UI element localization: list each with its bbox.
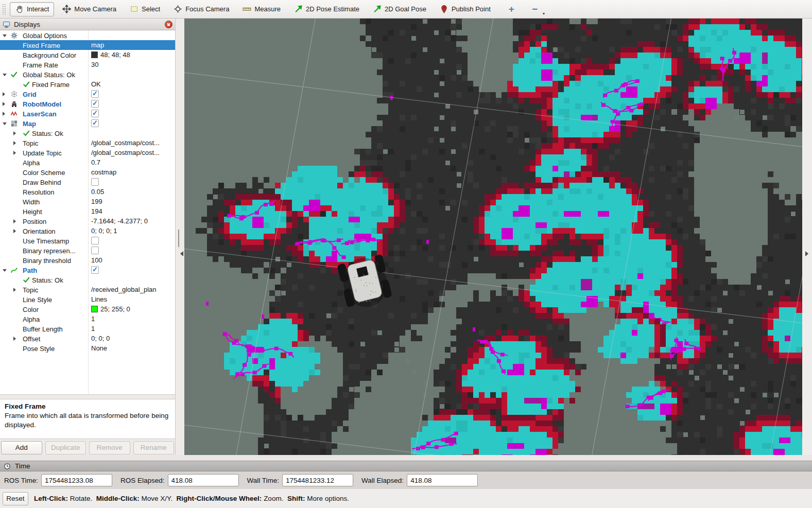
- displays-panel-header[interactable]: Displays: [0, 19, 175, 30]
- property-value[interactable]: 1: [89, 314, 175, 324]
- reset-button[interactable]: Reset: [3, 492, 28, 505]
- property-value[interactable]: [89, 89, 175, 99]
- property-value[interactable]: 0; 0; 0: [89, 334, 175, 343]
- tree-row[interactable]: Frame Rate30: [0, 60, 175, 69]
- toolbar-drag-handle[interactable]: [2, 4, 6, 15]
- tree-row[interactable]: Pose StyleNone: [0, 343, 175, 353]
- expand-icon[interactable]: [13, 131, 16, 135]
- checkbox[interactable]: [91, 247, 99, 254]
- tool-2d-goal-pose[interactable]: 2D Goal Pose: [368, 2, 431, 16]
- toolbar-overflow-icon[interactable]: ▾: [543, 11, 545, 16]
- property-value[interactable]: 30: [89, 60, 175, 69]
- tree-row[interactable]: Topic/global_costmap/cost...: [0, 138, 175, 148]
- vertical-splitter[interactable]: [176, 19, 184, 455]
- expand-icon[interactable]: [13, 219, 16, 223]
- property-value[interactable]: [89, 236, 175, 246]
- tree-row[interactable]: Background Color48; 48; 48: [0, 50, 175, 60]
- tree-row[interactable]: Topic/received_global_plan: [0, 285, 175, 294]
- expand-icon[interactable]: [13, 288, 16, 292]
- tool-select[interactable]: Select: [125, 2, 165, 16]
- property-value[interactable]: [89, 177, 175, 187]
- time-panel-header[interactable]: Time: [0, 461, 812, 471]
- property-value[interactable]: 0.7: [89, 157, 175, 167]
- right-splitter[interactable]: [802, 19, 812, 455]
- tree-row[interactable]: Map: [0, 118, 175, 128]
- property-value[interactable]: Lines: [89, 294, 175, 304]
- collapse-icon[interactable]: [3, 74, 7, 76]
- property-value[interactable]: [89, 118, 175, 128]
- expand-icon[interactable]: [13, 151, 16, 155]
- tree-row[interactable]: Grid: [0, 89, 175, 99]
- checkbox[interactable]: [91, 90, 99, 98]
- checkbox[interactable]: [91, 100, 99, 108]
- property-value[interactable]: 48; 48; 48: [89, 50, 175, 60]
- tree-row[interactable]: Update Topic/global_costmap/cost...: [0, 148, 175, 157]
- tree-row[interactable]: Path: [0, 265, 175, 275]
- horizontal-splitter[interactable]: [0, 455, 812, 461]
- checkbox[interactable]: [91, 110, 99, 117]
- tree-row[interactable]: Status: Ok: [0, 275, 175, 285]
- ros-time-input[interactable]: [41, 474, 112, 486]
- tree-row[interactable]: Resolution0.05: [0, 187, 175, 197]
- tool-move-camera[interactable]: Move Camera: [57, 2, 122, 16]
- tree-row[interactable]: Buffer Length1: [0, 324, 175, 334]
- expand-icon[interactable]: [13, 229, 16, 233]
- collapse-icon[interactable]: [3, 122, 7, 125]
- property-value[interactable]: 100: [89, 255, 175, 265]
- property-value[interactable]: None: [89, 343, 175, 353]
- tree-row[interactable]: Global Status: Ok: [0, 69, 175, 79]
- collapse-left-icon[interactable]: [180, 251, 183, 256]
- property-value[interactable]: /global_costmap/cost...: [89, 138, 175, 148]
- tree-row[interactable]: Global Options: [0, 30, 175, 40]
- add-button[interactable]: Add: [1, 441, 42, 454]
- property-value[interactable]: [89, 265, 175, 275]
- tree-row[interactable]: Fixed FrameOK: [0, 79, 175, 89]
- property-value[interactable]: [89, 109, 175, 118]
- tree-row[interactable]: Alpha1: [0, 314, 175, 324]
- tree-row[interactable]: Color Schemecostmap: [0, 167, 175, 177]
- tool-measure[interactable]: Measure: [237, 2, 286, 16]
- tree-row[interactable]: Orientation0; 0; 0; 1: [0, 226, 175, 236]
- expand-icon[interactable]: [3, 112, 5, 116]
- tree-row[interactable]: Fixed Framemap: [0, 40, 175, 50]
- tree-row[interactable]: Position-7.1644; -4.2377; 0: [0, 216, 175, 226]
- wall-time-input[interactable]: [282, 474, 353, 486]
- expand-icon[interactable]: [13, 141, 16, 145]
- collapse-icon[interactable]: [3, 34, 7, 37]
- tree-row[interactable]: RobotModel: [0, 99, 175, 109]
- property-value[interactable]: [89, 246, 175, 255]
- tool-publish-point[interactable]: Publish Point: [435, 2, 496, 16]
- collapse-icon[interactable]: [3, 269, 7, 272]
- tree-row[interactable]: Status: Ok: [0, 128, 175, 138]
- ros-elapsed-input[interactable]: [168, 474, 239, 486]
- tree-row[interactable]: Binary represen...: [0, 246, 175, 255]
- checkbox[interactable]: [91, 119, 99, 127]
- property-value[interactable]: 25; 255; 0: [89, 304, 175, 314]
- tool-focus-camera[interactable]: Focus Camera: [168, 2, 234, 16]
- checkbox[interactable]: [91, 266, 99, 274]
- tree-row[interactable]: Binary threshold100: [0, 255, 175, 265]
- expand-icon[interactable]: [3, 92, 5, 96]
- tree-row[interactable]: Height194: [0, 206, 175, 216]
- property-value[interactable]: 1: [89, 324, 175, 334]
- checkbox[interactable]: [91, 237, 99, 244]
- property-value[interactable]: map: [89, 40, 175, 50]
- tree-row[interactable]: Alpha0.7: [0, 157, 175, 167]
- property-value[interactable]: 194: [89, 206, 175, 216]
- property-value[interactable]: /received_global_plan: [89, 285, 175, 294]
- tree-row[interactable]: Use Timestamp: [0, 236, 175, 246]
- expand-icon[interactable]: [13, 337, 16, 341]
- remove-tool-button[interactable]: −: [528, 3, 542, 16]
- wall-elapsed-input[interactable]: [407, 474, 478, 486]
- property-value[interactable]: 199: [89, 197, 175, 206]
- tree-row[interactable]: Width199: [0, 197, 175, 206]
- tree-row[interactable]: Offset0; 0; 0: [0, 334, 175, 343]
- add-tool-button[interactable]: +: [505, 3, 519, 16]
- property-value[interactable]: [89, 99, 175, 109]
- property-value[interactable]: costmap: [89, 167, 175, 177]
- expand-icon[interactable]: [3, 102, 5, 106]
- tool-interact[interactable]: Interact: [10, 2, 54, 16]
- color-swatch[interactable]: [91, 51, 98, 58]
- tree-row[interactable]: Line StyleLines: [0, 294, 175, 304]
- tree-row[interactable]: Draw Behind: [0, 177, 175, 187]
